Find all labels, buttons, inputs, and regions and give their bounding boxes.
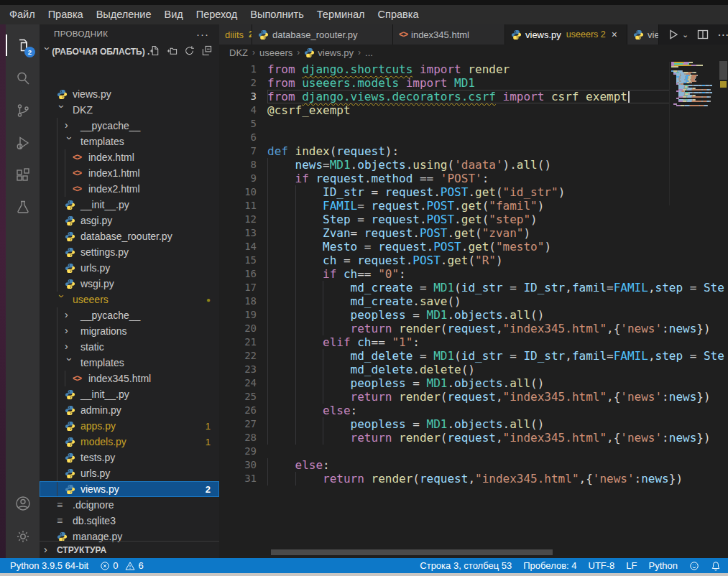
settings-icon[interactable] — [6, 523, 40, 550]
tab-views.py[interactable]: views.pyuseeers 2× — [505, 24, 627, 45]
split-editor-icon[interactable] — [697, 29, 709, 40]
breadcrumb-item-views.py[interactable]: views.py — [304, 47, 354, 58]
code-editor[interactable]: 1234567891011121314151617181920212223242… — [219, 60, 728, 558]
chevron-right-icon: › — [44, 544, 54, 555]
tree-item-label: tests.py — [80, 452, 115, 463]
tree-item-DKZ[interactable]: ›DKZ — [40, 102, 219, 118]
tree-item-templates[interactable]: ›templates — [40, 134, 219, 149]
refresh-icon[interactable] — [184, 45, 195, 59]
breadcrumb-item-useeers[interactable]: useeers — [259, 47, 292, 58]
new-file-icon[interactable] — [149, 45, 160, 59]
tab-label: database_roouter.py — [272, 29, 358, 40]
tree-item-__init__.py[interactable]: __init__.py — [40, 386, 219, 402]
tree-item-index1.html[interactable]: <>index1.html — [40, 165, 219, 181]
menu-item-выделение[interactable]: Выделение — [90, 5, 158, 24]
menu-item-справка[interactable]: Справка — [372, 5, 425, 24]
tab-diiits[interactable]: diiits2● — [219, 24, 252, 45]
vertical-scrollbar[interactable] — [719, 60, 728, 558]
feedback-smiley-icon[interactable] — [689, 561, 699, 571]
tree-item-useeers[interactable]: ›useeers● — [40, 292, 219, 307]
minimap[interactable] — [669, 62, 719, 205]
line-number: 20 — [219, 322, 257, 335]
python-interpreter-indicator[interactable]: Python 3.9.5 64-bit — [10, 560, 88, 571]
notifications-bell-icon[interactable] — [711, 561, 721, 571]
more-actions-icon[interactable]: ⋯ — [717, 28, 728, 42]
tree-item-tests.py[interactable]: tests.py — [40, 450, 219, 465]
chevron-down-icon: › — [64, 358, 75, 368]
tree-item-database_roouter.py[interactable]: database_roouter.py — [40, 228, 219, 244]
explorer-badge: 2 — [24, 47, 35, 57]
search-icon[interactable] — [6, 65, 40, 92]
extensions-icon[interactable] — [6, 162, 40, 189]
tree-item-admin.py[interactable]: admin.py — [40, 402, 219, 418]
code-line-14: Mesto = request.POST.get("mesto") — [267, 240, 670, 254]
editor-actions: ⌄⋯ — [659, 24, 728, 45]
breadcrumb-item-DKZ[interactable]: DKZ — [229, 47, 248, 58]
language-mode-indicator[interactable]: Python — [649, 560, 678, 571]
tab-database_roouter.py[interactable]: database_roouter.py — [252, 24, 393, 45]
tree-item-label: index.html — [88, 152, 134, 163]
menu-item-выполнить[interactable]: Выполнить — [244, 5, 310, 24]
run-dropdown-chevron-icon[interactable]: ⌄ — [682, 30, 688, 40]
tree-item-templates[interactable]: ›templates — [40, 355, 219, 371]
menu-item-файл[interactable]: Файл — [3, 5, 42, 24]
tree-item-__init__.py[interactable]: __init__.py — [40, 197, 219, 213]
python-file-icon — [65, 405, 75, 416]
horizontal-scrollbar-thumb[interactable] — [271, 549, 553, 555]
tab-vie[interactable]: vie — [627, 24, 659, 45]
tree-item-migrations[interactable]: ›migrations — [40, 323, 219, 339]
tree-item-asgi.py[interactable]: asgi.py — [40, 213, 219, 228]
explorer-more-actions-icon[interactable]: ··· — [196, 28, 209, 40]
close-icon[interactable]: × — [612, 29, 617, 40]
tree-item-urls.py[interactable]: urls.py — [40, 465, 219, 481]
run-debug-icon[interactable] — [6, 129, 40, 157]
python-file-icon — [65, 484, 75, 495]
window-top-strip — [0, 0, 728, 5]
menu-item-переход[interactable]: Переход — [190, 5, 244, 24]
tree-item-__pycache__[interactable]: ›__pycache__ — [40, 307, 219, 323]
tree-item-index.html[interactable]: <>index.html — [40, 149, 219, 165]
explorer-sidebar: ПРОВОДНИК ··· › (РАБОЧАЯ ОБЛАСТЬ) ... vi… — [40, 24, 219, 558]
collapse-all-icon[interactable] — [201, 45, 212, 59]
line-number-gutter: 1234567891011121314151617181920212223242… — [219, 62, 257, 486]
tree-item-static[interactable]: ›static — [40, 339, 219, 355]
menu-item-вид[interactable]: Вид — [157, 5, 189, 24]
tree-item-index345.html[interactable]: <>index345.html — [40, 371, 219, 386]
run-button[interactable] — [668, 29, 679, 40]
explorer-icon[interactable]: 2 — [6, 32, 40, 59]
eol-indicator[interactable]: LF — [626, 560, 637, 571]
problems-indicator[interactable]: 06 — [100, 560, 143, 571]
tree-item-db.sqlite3[interactable]: ≡db.sqlite3 — [40, 513, 219, 529]
tree-item-index2.html[interactable]: <>index2.html — [40, 181, 219, 197]
tab-index345.html[interactable]: <>index345.html — [393, 24, 505, 45]
tree-item-label: settings.py — [80, 246, 129, 258]
tree-item-models.py[interactable]: models.py1 — [40, 434, 219, 450]
menu-item-терминал[interactable]: Терминал — [310, 5, 372, 24]
line-number: 29 — [219, 445, 257, 458]
account-icon[interactable] — [6, 490, 40, 517]
cursor-position-indicator[interactable]: Строка 3, столбец 53 — [420, 560, 512, 571]
tree-item-views.py[interactable]: views.py — [40, 86, 219, 102]
tree-item-__pycache__[interactable]: ›__pycache__ — [40, 118, 219, 134]
tree-item-apps.py[interactable]: apps.py1 — [40, 418, 219, 434]
menu-item-правка[interactable]: Правка — [42, 5, 90, 24]
indentation-indicator[interactable]: Пробелов: 4 — [523, 560, 576, 571]
code-line-3: from django.views.decorators.csrf import… — [267, 90, 670, 103]
chevron-down-icon: › — [56, 294, 68, 305]
workspace-section-header[interactable]: › (РАБОЧАЯ ОБЛАСТЬ) ... — [40, 43, 219, 60]
new-folder-icon[interactable] — [167, 45, 178, 59]
breadcrumb-item-...[interactable]: ... — [365, 47, 373, 58]
tree-item-label: __init__.py — [80, 199, 129, 210]
vertical-scrollbar-thumb[interactable] — [719, 61, 727, 80]
source-control-icon[interactable] — [6, 97, 40, 124]
tree-item-wsgi.py[interactable]: wsgi.py — [40, 276, 219, 292]
outline-section-header[interactable]: › СТРУКТУРА — [40, 541, 219, 558]
tree-item-settings.py[interactable]: settings.py — [40, 244, 219, 260]
encoding-indicator[interactable]: UTF-8 — [589, 560, 615, 571]
tree-item-.dcignore[interactable]: ≡.dcignore — [40, 497, 219, 513]
line-number: 23 — [219, 363, 257, 376]
testing-icon[interactable] — [6, 194, 40, 221]
tree-item-views.py[interactable]: views.py2 — [40, 481, 219, 497]
line-number: 9 — [219, 172, 257, 185]
tree-item-urls.py[interactable]: urls.py — [40, 260, 219, 276]
